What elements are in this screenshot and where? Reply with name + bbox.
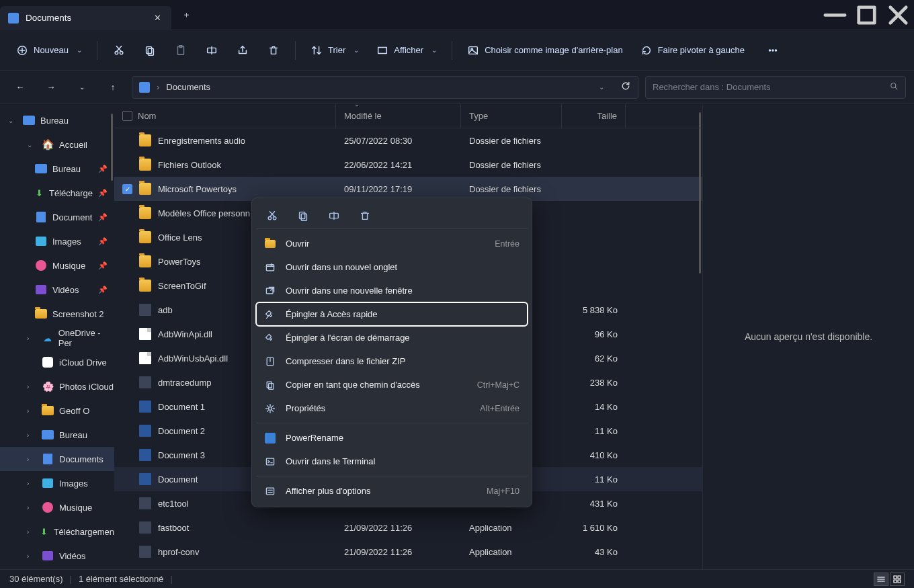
select-all-checkbox[interactable] [122, 111, 132, 121]
copy-button[interactable] [136, 38, 163, 62]
onedrive-icon: ☁ [41, 332, 52, 344]
file-name: dmtracedump [158, 378, 211, 388]
doc-chip-icon [8, 13, 19, 24]
share-button[interactable] [229, 38, 256, 62]
up-button[interactable]: ↑ [101, 75, 125, 99]
scissors-icon [113, 44, 125, 56]
search-input[interactable] [653, 82, 889, 92]
sidebar-item[interactable]: ›Bureau [0, 423, 114, 447]
sidebar-item[interactable]: Screenshot 2 [0, 302, 114, 326]
sidebar-item[interactable]: Bureau📌 [0, 157, 114, 181]
file-size: 5 838 Ko [583, 305, 618, 315]
search-box[interactable] [645, 76, 906, 99]
context-item[interactable]: Compresser dans le fichier ZIP [256, 349, 528, 373]
wallpaper-button[interactable]: Choisir comme image d'arrière-plan [460, 38, 630, 62]
back-button[interactable]: ← [8, 75, 32, 99]
sidebar-item[interactable]: ⌄🏠Accueil [0, 132, 114, 157]
row-checkbox[interactable]: ✓ [122, 184, 132, 194]
svg-rect-1 [859, 7, 875, 23]
table-row[interactable]: Fichiers Outlook22/06/2022 14:21Dossier … [114, 153, 702, 177]
view-button[interactable]: Afficher⌄ [370, 38, 444, 62]
pin-icon: 📌 [98, 237, 108, 246]
maximize-button[interactable] [851, 0, 882, 30]
sidebar-item[interactable]: ›⬇Téléchargemen [0, 519, 114, 544]
column-name[interactable]: Nom [114, 104, 336, 128]
tab-close-icon[interactable]: ✕ [150, 11, 165, 26]
sort-button[interactable]: Trier⌄ [304, 38, 366, 62]
pin-icon: 📌 [98, 213, 108, 222]
context-label: PowerRename [286, 433, 343, 443]
svg-point-21 [772, 49, 774, 50]
sidebar-item[interactable]: ›Vidéos [0, 544, 114, 568]
svg-point-22 [775, 49, 776, 50]
close-button[interactable] [882, 0, 914, 30]
ctx-rename-button[interactable] [325, 206, 343, 225]
clipboard-icon [175, 44, 187, 56]
thumbs-view-button[interactable] [890, 573, 905, 586]
powerrename-icon [264, 432, 276, 444]
context-item[interactable]: OuvrirEntrée [256, 232, 528, 255]
context-item[interactable]: Épingler à Accès rapide [256, 302, 528, 326]
file-type: Dossier de fichiers [469, 184, 541, 194]
breadcrumb[interactable]: › Documents ⌄ [132, 76, 638, 99]
more-button[interactable] [759, 38, 786, 62]
sidebar-item[interactable]: Musique📌 [0, 253, 114, 278]
column-size[interactable]: Taille [562, 104, 626, 128]
file-name: adb [158, 305, 173, 315]
file-type: Application [469, 547, 512, 557]
details-view-button[interactable] [874, 573, 888, 586]
share-icon [237, 44, 249, 56]
sidebar: ⌄Bureau⌄🏠AccueilBureau📌⬇Télécharge📌Docum… [0, 104, 114, 569]
delete-button[interactable] [260, 38, 287, 62]
rotate-button[interactable]: Faire pivoter à gauche [634, 38, 751, 62]
context-item[interactable]: PropriétésAlt+Entrée [256, 396, 528, 420]
sidebar-item[interactable]: Document📌 [0, 205, 114, 229]
new-tab-button[interactable]: ＋ [171, 0, 201, 30]
tab-documents[interactable]: Documents ✕ [0, 6, 171, 30]
sidebar-item[interactable]: ⌄Bureau [0, 108, 114, 132]
file-name: PowerToys [158, 257, 201, 267]
refresh-button[interactable] [620, 81, 631, 93]
context-item[interactable]: Copier en tant que chemin d'accèsCtrl+Ma… [256, 373, 528, 396]
sidebar-item[interactable]: iCloud Drive [0, 350, 114, 374]
home-icon: 🏠 [42, 138, 54, 151]
column-type[interactable]: Type [461, 104, 562, 128]
sidebar-item[interactable]: Images📌 [0, 229, 114, 253]
new-button[interactable]: Nouveau⌄ [9, 38, 89, 62]
status-count: 30 élément(s) [9, 574, 63, 584]
sidebar-item[interactable]: ›☁OneDrive - Per [0, 326, 114, 350]
window-buttons [819, 0, 914, 30]
ctx-copy-button[interactable] [294, 206, 313, 225]
table-row[interactable]: fastboot21/09/2022 11:26Application1 610… [114, 515, 702, 540]
ctx-delete-button[interactable] [356, 206, 374, 225]
context-label: Épingler à Accès rapide [286, 309, 378, 319]
sidebar-item[interactable]: ⬇Télécharge📌 [0, 181, 114, 205]
scrollbar-thumb[interactable] [699, 112, 701, 274]
context-item[interactable]: Ouvrir dans un nouvel onglet [256, 255, 528, 279]
recent-button[interactable]: ⌄ [70, 75, 94, 99]
table-row[interactable]: hprof-conv21/09/2022 11:26Application43 … [114, 540, 702, 564]
context-item[interactable]: Ouvrir dans une nouvelle fenêtre [256, 279, 528, 302]
minimize-button[interactable] [819, 0, 851, 30]
context-label: Propriétés [286, 403, 325, 413]
context-item[interactable]: Épingler à l'écran de démarrage [256, 326, 528, 349]
sidebar-item[interactable]: ›Geoff O [0, 398, 114, 423]
ctx-cut-button[interactable] [263, 206, 282, 225]
sidebar-item[interactable]: ›Documents [0, 447, 114, 471]
context-item[interactable]: Ouvrir dans le Terminal [256, 450, 528, 473]
paste-button[interactable] [167, 38, 194, 62]
search-icon[interactable] [889, 81, 899, 93]
table-row[interactable]: Enregistrements audio25/07/2022 08:30Dos… [114, 128, 702, 153]
context-item[interactable]: PowerRename [256, 426, 528, 450]
sidebar-item[interactable]: ›Images [0, 471, 114, 495]
svg-rect-30 [301, 214, 306, 220]
rename-button[interactable] [198, 38, 225, 62]
sidebar-item[interactable]: Vidéos📌 [0, 278, 114, 302]
cut-button[interactable] [106, 38, 132, 62]
context-item[interactable]: Afficher plus d'optionsMaj+F10 [256, 479, 528, 503]
sidebar-label: Images [52, 237, 81, 247]
forward-button[interactable]: → [39, 75, 63, 99]
sidebar-item[interactable]: ›Musique [0, 495, 114, 519]
chevron-down-icon[interactable]: ⌄ [599, 83, 604, 91]
sidebar-item[interactable]: ›🌸Photos iCloud [0, 374, 114, 398]
